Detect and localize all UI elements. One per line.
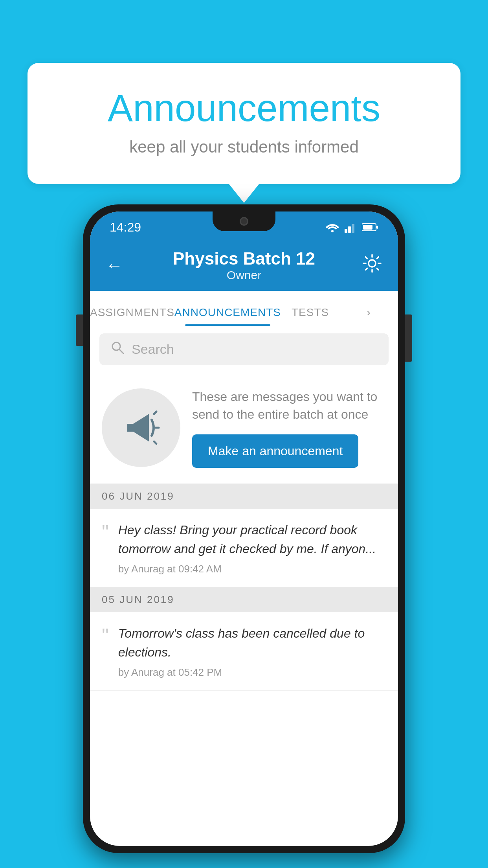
phone-inner: 14:29: [90, 211, 398, 846]
search-placeholder: Search: [132, 342, 174, 357]
svg-rect-3: [352, 224, 354, 233]
tabs-bar: ASSIGNMENTS ANNOUNCEMENTS TESTS ›: [90, 291, 398, 326]
search-icon: [110, 340, 125, 358]
megaphone-icon: [119, 406, 163, 449]
svg-line-10: [154, 412, 156, 414]
content-area: Search: [90, 326, 398, 691]
promo-content: These are messages you want to send to t…: [192, 388, 386, 468]
announcement-meta-1: by Anurag at 09:42 AM: [118, 563, 386, 575]
promo-description: These are messages you want to send to t…: [192, 388, 386, 423]
app-bar-main-title: Physics Batch 12: [129, 249, 359, 268]
announcement-text-block-1: Hey class! Bring your practical record b…: [118, 520, 386, 575]
app-bar-title-block: Physics Batch 12 Owner: [129, 249, 359, 282]
make-announcement-button[interactable]: Make an announcement: [192, 434, 358, 468]
svg-rect-5: [376, 226, 378, 229]
quote-icon-2: ": [102, 626, 109, 645]
svg-line-9: [119, 349, 123, 353]
phone-notch: [213, 211, 275, 231]
svg-line-12: [154, 441, 156, 444]
wifi-icon: [325, 222, 340, 233]
back-button[interactable]: ←: [106, 256, 129, 275]
announcement-item-2[interactable]: " Tomorrow's class has been cancelled du…: [90, 612, 398, 691]
tab-more[interactable]: ›: [339, 306, 398, 326]
date-separator-2: 05 JUN 2019: [90, 587, 398, 612]
app-bar: ← Physics Batch 12 Owner: [90, 240, 398, 291]
announcement-item-1[interactable]: " Hey class! Bring your practical record…: [90, 509, 398, 587]
search-box[interactable]: Search: [99, 333, 389, 365]
announcement-meta-2: by Anurag at 05:42 PM: [118, 666, 386, 679]
announcement-text-block-2: Tomorrow's class has been cancelled due …: [118, 624, 386, 679]
svg-rect-1: [345, 229, 347, 233]
promo-card: These are messages you want to send to t…: [90, 372, 398, 484]
tab-announcements[interactable]: ANNOUNCEMENTS: [174, 306, 281, 326]
speech-bubble-card: Announcements keep all your students inf…: [28, 63, 460, 184]
svg-rect-6: [363, 225, 372, 230]
phone-outer: 14:29: [83, 204, 405, 853]
bubble-title: Announcements: [59, 86, 429, 130]
date-separator-1: 06 JUN 2019: [90, 484, 398, 509]
announcement-text-1: Hey class! Bring your practical record b…: [118, 520, 386, 558]
battery-icon: [362, 223, 378, 232]
front-camera: [240, 217, 248, 226]
app-bar-subtitle: Owner: [129, 268, 359, 282]
quote-icon-1: ": [102, 522, 109, 542]
speech-bubble-area: Announcements keep all your students inf…: [28, 63, 460, 184]
svg-point-7: [369, 260, 376, 267]
svg-point-0: [331, 230, 334, 232]
svg-rect-2: [348, 226, 351, 233]
status-icons: [325, 222, 378, 233]
tab-tests[interactable]: TESTS: [281, 306, 339, 326]
promo-icon-circle: [102, 388, 180, 467]
phone-mockup: 14:29: [83, 204, 405, 853]
bubble-subtitle: keep all your students informed: [59, 138, 429, 156]
settings-button[interactable]: [359, 253, 382, 278]
tab-assignments[interactable]: ASSIGNMENTS: [90, 306, 174, 326]
status-time: 14:29: [110, 220, 141, 235]
signal-icon: [345, 222, 357, 233]
announcement-text-2: Tomorrow's class has been cancelled due …: [118, 624, 386, 662]
search-container: Search: [90, 326, 398, 372]
